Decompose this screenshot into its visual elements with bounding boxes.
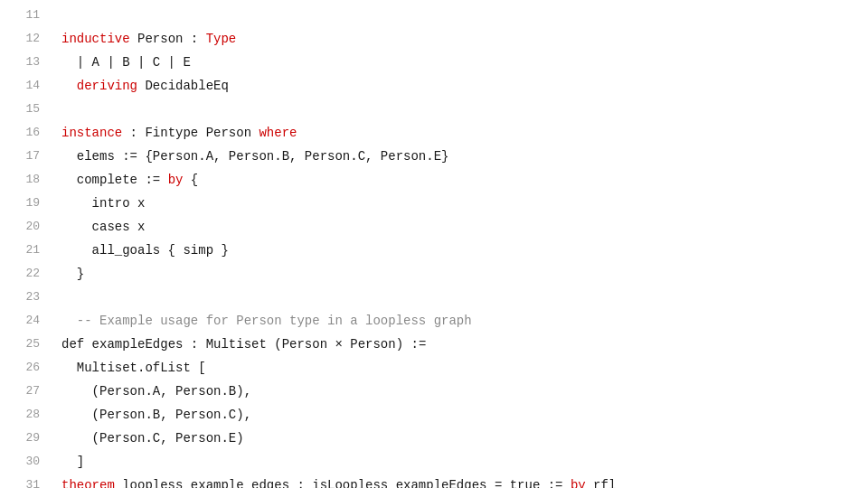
token: all_goals { simp } xyxy=(61,243,229,258)
line-number-25: 25 xyxy=(7,333,40,356)
token: (Person.B, Person.C), xyxy=(61,408,251,422)
token xyxy=(61,79,77,93)
token: where xyxy=(259,126,297,140)
line-number-31: 31 xyxy=(7,474,40,488)
token: complete := xyxy=(61,173,168,187)
line-number-24: 24 xyxy=(7,309,40,333)
code-line-15 xyxy=(61,98,854,121)
code-line-30: ] xyxy=(61,450,854,474)
line-number-21: 21 xyxy=(7,239,40,262)
token: Person : xyxy=(130,32,206,46)
line-number-18: 18 xyxy=(7,168,40,192)
code-line-31: theorem loopless_example_edges : isLoopl… xyxy=(61,474,854,488)
token: exampleEdges : Multiset (Person × Person… xyxy=(84,337,426,352)
code-line-11 xyxy=(61,4,854,27)
line-number-16: 16 xyxy=(7,121,40,145)
token: theorem xyxy=(61,478,115,488)
token: Multiset.ofList [ xyxy=(61,361,206,375)
token: inductive xyxy=(61,32,130,46)
code-line-29: (Person.C, Person.E) xyxy=(61,427,854,450)
line-number-12: 12 xyxy=(7,27,40,51)
line-number-17: 17 xyxy=(7,145,40,168)
token: elems := {Person.A, Person.B, Person.C, … xyxy=(61,149,448,164)
code-line-16: instance : Fintype Person where xyxy=(61,121,854,145)
code-line-28: (Person.B, Person.C), xyxy=(61,403,854,427)
token: -- Example usage for Person type in a lo… xyxy=(61,314,472,328)
code-line-23 xyxy=(61,286,854,309)
token: (Person.A, Person.B), xyxy=(61,384,251,399)
token: { xyxy=(183,173,198,187)
token: loopless_example_edges : isLoopless exam… xyxy=(115,478,571,488)
line-number-14: 14 xyxy=(7,74,40,98)
token: by xyxy=(168,173,184,187)
token: intro x xyxy=(61,196,145,211)
code-line-21: all_goals { simp } xyxy=(61,239,854,262)
token: (Person.C, Person.E) xyxy=(61,431,244,446)
token: Type xyxy=(206,32,237,46)
token: by xyxy=(571,478,586,488)
token: ] xyxy=(61,455,84,469)
line-number-22: 22 xyxy=(7,262,40,286)
line-number-gutter: 1112131415161718192021222324252627282930… xyxy=(0,4,47,488)
token: cases x xyxy=(61,220,145,234)
line-number-13: 13 xyxy=(7,51,40,74)
line-number-15: 15 xyxy=(7,98,40,121)
line-number-27: 27 xyxy=(7,380,40,403)
line-number-20: 20 xyxy=(7,215,40,239)
token: instance xyxy=(61,126,122,140)
code-line-14: deriving DecidableEq xyxy=(61,74,854,98)
line-number-11: 11 xyxy=(7,4,40,27)
code-line-19: intro x xyxy=(61,192,854,215)
code-line-13: | A | B | C | E xyxy=(61,51,854,74)
code-line-26: Multiset.ofList [ xyxy=(61,356,854,380)
line-number-23: 23 xyxy=(7,286,40,309)
token: DecidableEq xyxy=(137,79,229,93)
token: } xyxy=(61,267,84,281)
code-editor: 1112131415161718192021222324252627282930… xyxy=(0,0,868,488)
line-number-26: 26 xyxy=(7,356,40,380)
code-line-20: cases x xyxy=(61,215,854,239)
code-content-area[interactable]: inductive Person : Type | A | B | C | E … xyxy=(47,4,868,488)
line-number-28: 28 xyxy=(7,403,40,427)
token: def xyxy=(61,337,84,352)
token: : Fintype Person xyxy=(122,126,259,140)
token: rfl xyxy=(586,478,617,488)
code-line-24: -- Example usage for Person type in a lo… xyxy=(61,309,854,333)
token: deriving xyxy=(77,79,137,93)
token: | A | B | C | E xyxy=(61,55,191,70)
line-number-30: 30 xyxy=(7,450,40,474)
code-line-22: } xyxy=(61,262,854,286)
code-line-17: elems := {Person.A, Person.B, Person.C, … xyxy=(61,145,854,168)
line-number-29: 29 xyxy=(7,427,40,450)
code-line-27: (Person.A, Person.B), xyxy=(61,380,854,403)
line-number-19: 19 xyxy=(7,192,40,215)
code-line-18: complete := by { xyxy=(61,168,854,192)
code-line-12: inductive Person : Type xyxy=(61,27,854,51)
code-line-25: def exampleEdges : Multiset (Person × Pe… xyxy=(61,333,854,356)
